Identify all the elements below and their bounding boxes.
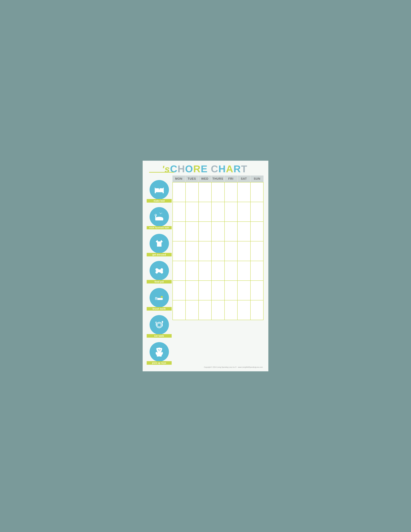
grid-cell[interactable] [173, 261, 186, 280]
chore-column: make bed [146, 176, 172, 365]
set-table-label: set table [147, 334, 172, 338]
grid-cell[interactable] [238, 281, 250, 300]
wash-face-label: wash face/take bath [147, 226, 172, 229]
grid-cell[interactable] [251, 300, 264, 320]
svg-rect-31 [162, 323, 163, 326]
grid-header-row: MON TUES WED THURS FRI SAT SUN [172, 176, 264, 182]
grid-cell[interactable] [199, 261, 212, 280]
grid-cell[interactable] [186, 202, 199, 221]
header: 'sCHORE CHART [146, 164, 264, 174]
get-dressed-icon [150, 234, 169, 253]
table-row [173, 300, 264, 320]
grid-cell[interactable] [225, 300, 238, 320]
chore-item-feed-pet: feed pet [146, 256, 172, 284]
grid-cell[interactable] [199, 182, 212, 202]
table-row [173, 202, 264, 222]
grid-cell[interactable] [225, 182, 238, 202]
grid-cell[interactable] [212, 241, 225, 261]
chore-item-get-dressed: get dressed [146, 229, 172, 256]
chore-item-set-table: set table [146, 311, 172, 338]
main-content: make bed [146, 176, 264, 365]
grid-body [172, 182, 264, 320]
grid-cell[interactable] [199, 202, 212, 221]
grid-cell[interactable] [251, 241, 264, 261]
make-bed-label: make bed [147, 199, 172, 203]
website-text: www.LivingWellSpendingLess.com [238, 366, 263, 368]
pick-up-toys-label: pick up toys [147, 361, 172, 365]
grid-cell[interactable] [251, 222, 264, 241]
grid-cell[interactable] [225, 281, 238, 300]
svg-point-10 [160, 213, 161, 214]
svg-rect-2 [159, 188, 163, 190]
copyright-text: Copyright © 2014 Living Spending Less In… [204, 366, 237, 368]
brush-teeth-label: brush teeth [147, 307, 172, 311]
grid-cell[interactable] [173, 222, 186, 241]
table-row [173, 222, 264, 241]
svg-rect-22 [155, 297, 156, 298]
svg-point-25 [161, 296, 163, 298]
grid-cell[interactable] [238, 182, 250, 202]
grid-cell[interactable] [173, 202, 186, 221]
grid-cell[interactable] [199, 222, 212, 241]
grid-cell[interactable] [212, 182, 225, 202]
svg-rect-29 [155, 322, 156, 323]
grid-cell[interactable] [238, 222, 250, 241]
svg-rect-21 [155, 298, 157, 300]
grid-cell[interactable] [186, 222, 199, 241]
grid-cell[interactable] [212, 261, 225, 280]
pick-up-toys-icon [150, 342, 169, 361]
grid-cell[interactable] [186, 261, 199, 280]
grid-cell[interactable] [251, 182, 264, 202]
grid-cell[interactable] [186, 300, 199, 320]
grid-cell[interactable] [251, 261, 264, 280]
get-dressed-label: get dressed [147, 253, 172, 256]
grid-cell[interactable] [173, 241, 186, 261]
grid-cell[interactable] [238, 241, 250, 261]
svg-rect-5 [155, 188, 155, 193]
grid-cell[interactable] [251, 281, 264, 300]
grid-cell[interactable] [251, 202, 264, 221]
grid-cell[interactable] [212, 202, 225, 221]
grid-cell[interactable] [238, 202, 250, 221]
grid-cell[interactable] [212, 300, 225, 320]
grid-cell[interactable] [173, 300, 186, 320]
grid-cell[interactable] [186, 241, 199, 261]
grid-cell[interactable] [238, 261, 250, 280]
grid-cell[interactable] [199, 281, 212, 300]
grid-cell[interactable] [238, 300, 250, 320]
grid-cell[interactable] [225, 202, 238, 221]
day-thurs: THURS [211, 176, 225, 182]
feed-pet-label: feed pet [147, 280, 172, 284]
svg-point-37 [158, 349, 159, 350]
table-row [173, 261, 264, 281]
svg-rect-30 [156, 322, 156, 323]
grid-cell[interactable] [225, 261, 238, 280]
chore-item-make-bed: make bed [146, 176, 172, 203]
svg-rect-19 [157, 269, 162, 272]
brush-teeth-icon [150, 288, 169, 307]
svg-rect-0 [155, 189, 164, 192]
grid-cell[interactable] [212, 281, 225, 300]
wash-face-icon [150, 207, 169, 227]
grid-cell[interactable] [199, 241, 212, 261]
grid-cell[interactable] [212, 222, 225, 241]
grid-cell[interactable] [186, 281, 199, 300]
grid-cell[interactable] [225, 222, 238, 241]
grid-cell[interactable] [186, 182, 199, 202]
grid-cell[interactable] [225, 241, 238, 261]
day-tues: TUES [185, 176, 199, 182]
day-fri: FRI [225, 176, 238, 182]
table-row [173, 281, 264, 300]
apostrophe-s: 's [162, 164, 170, 174]
grid-cell[interactable] [199, 300, 212, 320]
svg-point-11 [162, 213, 162, 214]
chore-chart-page: 'sCHORE CHART [143, 161, 268, 371]
grid-cell[interactable] [173, 182, 186, 202]
svg-point-12 [159, 213, 160, 213]
svg-rect-23 [156, 297, 156, 298]
svg-rect-13 [158, 240, 161, 241]
svg-point-38 [160, 349, 160, 350]
chore-item-pick-up-toys: pick up toys [146, 338, 172, 365]
svg-point-27 [157, 323, 161, 327]
grid-cell[interactable] [173, 281, 186, 300]
